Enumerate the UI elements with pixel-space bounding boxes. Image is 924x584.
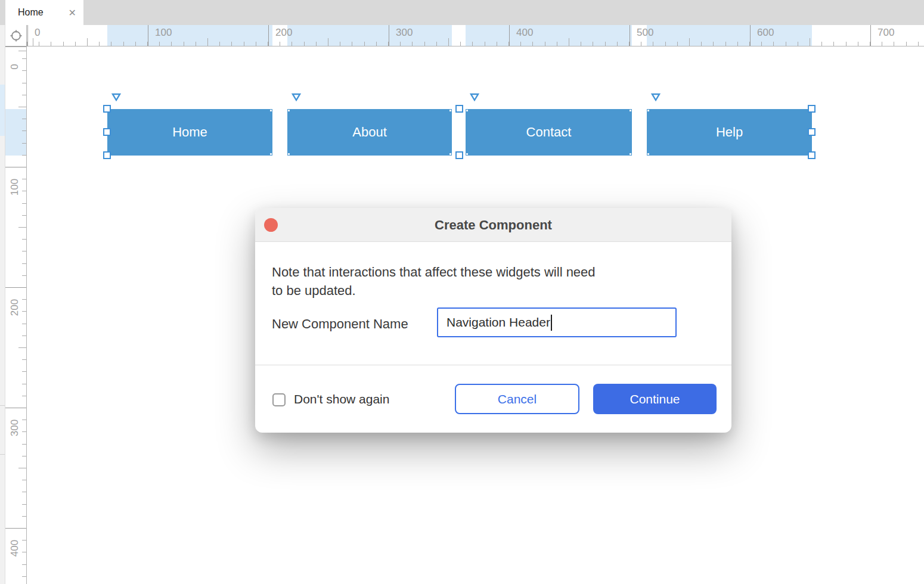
dont-show-again-checkbox[interactable]	[272, 393, 286, 406]
ruler-major-tick	[5, 167, 27, 167]
continue-button[interactable]: Continue	[593, 384, 717, 414]
tab-home[interactable]: Home ✕	[5, 0, 83, 25]
selection-handle-top-left[interactable]	[103, 105, 111, 113]
widget-label: Help	[716, 125, 743, 140]
ruler-major-tick	[5, 46, 27, 47]
ruler-origin-corner	[5, 25, 27, 46]
ruler-number: 400	[5, 536, 27, 560]
cancel-button[interactable]: Cancel	[455, 384, 579, 414]
left-strip-selection-accent	[0, 85, 5, 136]
ruler-number: 200	[275, 27, 292, 39]
create-component-dialog: Create Component Note that interactions …	[255, 208, 731, 433]
ruler-medium-ticks	[27, 38, 924, 46]
selection-handle-top-center[interactable]	[455, 105, 463, 113]
widget-button-home[interactable]: Home	[107, 109, 272, 156]
ruler-major-tick	[509, 25, 510, 46]
dialog-title: Create Component	[255, 208, 731, 242]
ruler-number: 0	[5, 55, 27, 79]
ruler-major-tick	[148, 25, 148, 46]
component-name-input[interactable]: Navigation Header	[437, 307, 677, 337]
app-window: Home ✕ 0100200300400500600700 0100200300…	[0, 0, 924, 584]
ruler-major-tick	[5, 528, 27, 529]
crosshair-target-icon	[9, 29, 23, 43]
ruler-major-tick	[5, 287, 27, 288]
tab-close-icon[interactable]: ✕	[69, 0, 76, 25]
ruler-major-tick	[27, 25, 28, 46]
ruler-number: 100	[5, 175, 27, 199]
ruler-number: 500	[637, 27, 653, 39]
widget-label: Home	[172, 125, 207, 140]
widget-interaction-marker-icon	[651, 93, 661, 101]
text-cursor	[551, 315, 552, 331]
left-edge-strip	[0, 25, 5, 584]
horizontal-ruler: 0100200300400500600700	[27, 25, 924, 46]
ruler-major-tick	[268, 25, 269, 46]
ruler-major-tick	[630, 25, 630, 46]
widget-interaction-marker-icon	[111, 93, 121, 101]
selection-handle-middle-right[interactable]	[808, 128, 816, 136]
dialog-close-button[interactable]	[264, 218, 278, 232]
component-name-label: New Component Name	[272, 316, 408, 332]
dialog-note-text: Note that interactions that affect these…	[272, 263, 606, 300]
ruler-number: 600	[757, 27, 774, 39]
left-strip-divider	[0, 454, 5, 455]
widget-label: Contact	[526, 125, 572, 140]
widget-button-about[interactable]: About	[287, 109, 452, 156]
ruler-number: 100	[155, 27, 172, 39]
tab-home-label: Home	[18, 7, 44, 18]
ruler-number: 400	[516, 27, 533, 39]
selection-handle-bottom-right[interactable]	[808, 151, 816, 159]
selection-handle-bottom-left[interactable]	[103, 151, 111, 159]
vertical-ruler: 0100200300400	[5, 46, 27, 584]
component-name-value: Navigation Header	[447, 315, 550, 330]
dont-show-again-label: Don't show again	[294, 392, 389, 406]
left-strip-divider	[0, 405, 5, 406]
selection-handle-bottom-center[interactable]	[455, 151, 463, 159]
ruler-major-tick	[750, 25, 751, 46]
ruler-number: 700	[878, 27, 894, 39]
ruler-major-tick	[389, 25, 389, 46]
ruler-number: 0	[35, 27, 40, 39]
widget-interaction-marker-icon	[292, 93, 301, 101]
widget-interaction-marker-icon	[470, 93, 479, 101]
tab-bar: Home ✕	[0, 0, 924, 25]
ruler-number: 200	[5, 296, 27, 319]
widget-label: About	[352, 125, 387, 140]
widget-button-help[interactable]: Help	[647, 109, 812, 156]
dialog-titlebar: Create Component	[255, 208, 731, 242]
ruler-major-tick	[870, 25, 871, 46]
ruler-major-tick	[5, 408, 27, 408]
selection-handle-top-right[interactable]	[808, 105, 816, 113]
ruler-number: 300	[5, 416, 27, 440]
ruler-number: 300	[396, 27, 413, 39]
selection-handle-middle-left[interactable]	[103, 128, 111, 136]
widget-button-contact[interactable]: Contact	[466, 109, 632, 156]
dialog-divider	[255, 365, 731, 365]
